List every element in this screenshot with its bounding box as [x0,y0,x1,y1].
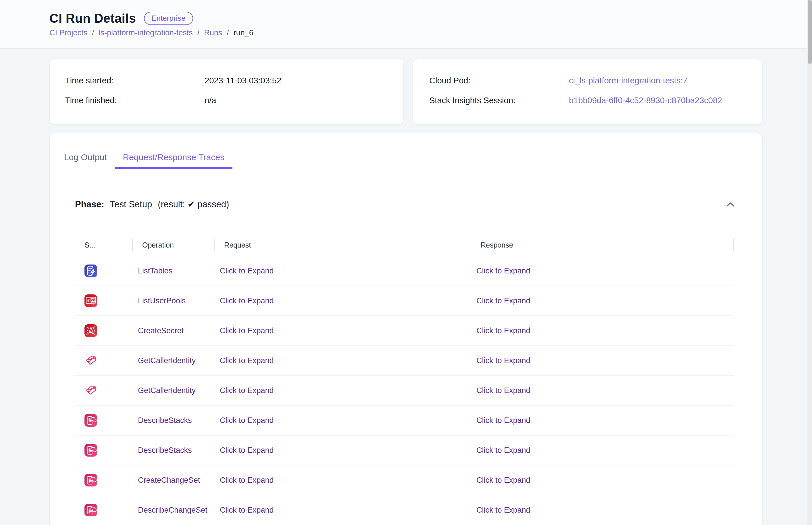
cognito-icon [84,295,97,307]
operation-link[interactable]: ListUserPools [138,297,186,305]
time-started-label: Time started: [65,75,205,86]
column-header-request: Request [215,239,471,251]
traces-table: S... Operation Request Response ListTabl… [74,234,734,525]
table-row: ListTables Click to Expand Click to Expa… [74,256,734,286]
breadcrumb-current-run: run_6 [234,28,253,38]
table-row: GetCallerIdentity Click to Expand Click … [74,346,734,376]
tab-log-output[interactable]: Log Output [56,146,115,169]
table-body: ListTables Click to Expand Click to Expa… [74,256,734,525]
secrets-manager-icon [84,324,97,337]
table-row: ListUserPools Click to Expand Click to E… [74,286,734,316]
stack-insights-session-link[interactable]: b1bb09da-6ff0-4c52-8930-c870ba23c082 [569,94,722,106]
cloud-pod-link[interactable]: ci_ls-platform-integration-tests:7 [569,75,688,86]
request-expand-link[interactable]: Click to Expand [220,386,274,395]
tab-bar: Log Output Request/Response Traces [50,133,762,169]
cloudformation-icon [84,444,97,456]
column-header-response: Response [471,239,734,251]
request-expand-link[interactable]: Click to Expand [220,506,274,514]
response-expand-link[interactable]: Click to Expand [477,446,530,454]
page-header: CI Run Details Enterprise CI Projects / … [0,0,812,49]
cloud-pod-label: Cloud Pod: [429,75,569,86]
request-expand-link[interactable]: Click to Expand [220,326,274,335]
breadcrumb: CI Projects / ls-platform-integration-te… [49,28,763,38]
cloudformation-icon [84,474,97,486]
request-expand-link[interactable]: Click to Expand [220,416,274,425]
table-row: DescribeStacks Click to Expand Click to … [74,436,734,465]
scrollbar-thumb[interactable] [808,0,812,64]
time-started-row: Time started: 2023-11-03 03:03:52 [65,75,403,86]
traces-card: Log Output Request/Response Traces Phase… [49,133,763,525]
tab-request-response-traces-label: Request/Response Traces [123,152,224,162]
active-tab-indicator [115,167,232,169]
cloudformation-icon [84,504,97,516]
request-expand-link[interactable]: Click to Expand [220,476,274,484]
time-started-value: 2023-11-03 03:03:52 [205,75,281,86]
stack-insights-session-row: Stack Insights Session: b1bb09da-6ff0-4c… [429,94,762,106]
phase-name: Test Setup [110,198,152,211]
page-scrollbar[interactable] [808,0,812,525]
operation-link[interactable]: GetCallerIdentity [138,356,196,365]
breadcrumb-project[interactable]: ls-platform-integration-tests [99,28,193,38]
time-finished-label: Time finished: [65,94,205,106]
breadcrumb-separator: / [198,28,200,38]
page-title: CI Run Details [49,11,136,26]
time-finished-value: n/a [205,94,216,106]
tab-request-response-traces[interactable]: Request/Response Traces [115,146,232,169]
response-expand-link[interactable]: Click to Expand [477,506,530,514]
response-expand-link[interactable]: Click to Expand [477,267,530,275]
response-expand-link[interactable]: Click to Expand [477,297,530,305]
operation-link[interactable]: DescribeStacks [138,446,192,454]
request-expand-link[interactable]: Click to Expand [220,446,274,454]
phase-header: Phase: Test Setup (result: ✔ passed) [50,198,762,211]
stack-insights-session-label: Stack Insights Session: [429,94,569,106]
column-header-operation: Operation [133,239,215,251]
request-expand-link[interactable]: Click to Expand [220,297,274,305]
operation-link[interactable]: DescribeStacks [138,416,192,425]
request-expand-link[interactable]: Click to Expand [220,356,274,365]
time-finished-row: Time finished: n/a [65,94,403,106]
response-expand-link[interactable]: Click to Expand [477,416,530,425]
table-row: DescribeStacks Click to Expand Click to … [74,406,734,436]
column-header-service: S... [74,239,133,251]
response-expand-link[interactable]: Click to Expand [477,326,530,335]
response-expand-link[interactable]: Click to Expand [477,476,530,484]
sts-key-tag-icon [84,354,97,367]
dynamodb-icon [84,265,97,277]
operation-link[interactable]: GetCallerIdentity [138,386,196,395]
cloudformation-icon [84,414,97,427]
breadcrumb-separator: / [227,28,229,38]
response-expand-link[interactable]: Click to Expand [477,386,530,395]
cloud-pod-row: Cloud Pod: ci_ls-platform-integration-te… [429,75,762,86]
collapse-phase-chevron-icon[interactable] [726,202,735,207]
table-row: DescribeChangeSet Click to Expand Click … [74,495,734,525]
table-row: GetCallerIdentity Click to Expand Click … [74,376,734,406]
operation-link[interactable]: CreateSecret [138,326,184,335]
tab-log-output-label: Log Output [64,152,107,162]
table-row: CreateSecret Click to Expand Click to Ex… [74,316,734,346]
breadcrumb-separator: / [92,28,94,38]
breadcrumb-ci-projects[interactable]: CI Projects [49,28,87,38]
sts-key-tag-icon [84,384,97,397]
operation-link[interactable]: DescribeChangeSet [138,506,207,514]
table-row: CreateChangeSet Click to Expand Click to… [74,465,734,495]
operation-link[interactable]: ListTables [138,267,172,275]
phase-result: (result: ✔ passed) [158,198,229,211]
run-times-card: Time started: 2023-11-03 03:03:52 Time f… [49,59,404,124]
enterprise-badge: Enterprise [144,12,193,25]
table-header-row: S... Operation Request Response [74,234,734,256]
breadcrumb-runs[interactable]: Runs [204,28,222,38]
operation-link[interactable]: CreateChangeSet [138,476,200,484]
phase-label: Phase: [75,198,104,211]
phase-title: Phase: Test Setup (result: ✔ passed) [75,198,229,211]
run-links-card: Cloud Pod: ci_ls-platform-integration-te… [413,59,763,124]
request-expand-link[interactable]: Click to Expand [220,267,274,275]
response-expand-link[interactable]: Click to Expand [477,356,530,365]
